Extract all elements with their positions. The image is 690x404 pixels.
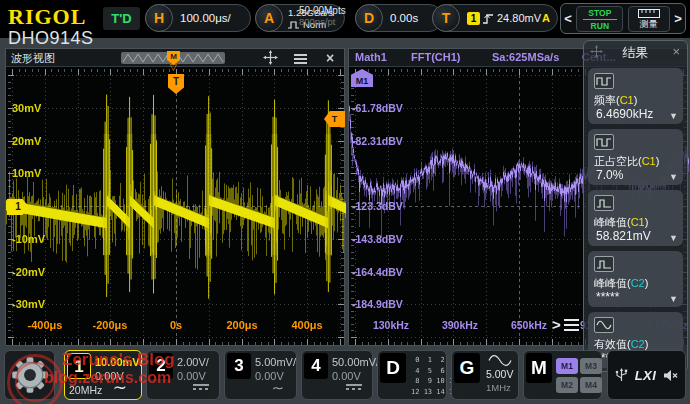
trigger-source-badge: 1 bbox=[467, 12, 480, 25]
chevron-down-icon[interactable]: ▼ bbox=[669, 172, 678, 182]
horizontal-offset-value: 0.00s bbox=[390, 5, 418, 31]
fft-mode: FFT(CH1) bbox=[411, 51, 461, 63]
gear-icon bbox=[8, 353, 52, 397]
speaker-muted-icon bbox=[663, 369, 678, 382]
result-value: 6.4690kHz bbox=[596, 107, 653, 121]
channel4-button[interactable]: 4 50.00mV/ 0.00V bbox=[301, 350, 373, 400]
chevron-down-icon[interactable]: ▼ bbox=[669, 294, 678, 304]
dc-coupling-icon bbox=[346, 384, 362, 390]
channel3-scale: 5.00mV/ bbox=[255, 356, 296, 368]
horizontal-offset-button[interactable]: D 0.00s bbox=[355, 4, 443, 32]
sine-icon bbox=[488, 355, 512, 366]
chevron-right-icon: > bbox=[552, 316, 561, 333]
waveform-plot[interactable] bbox=[6, 67, 346, 347]
math-label: M bbox=[526, 353, 552, 383]
results-header: 结果 × bbox=[584, 41, 687, 63]
result-label: 正占空比(C1) bbox=[594, 154, 659, 169]
stop-run-button[interactable]: STOP RUN bbox=[576, 6, 623, 32]
settings-button[interactable] bbox=[4, 350, 55, 400]
ruler-icon bbox=[638, 9, 660, 18]
math1-button[interactable]: M1 bbox=[556, 358, 578, 374]
generator-button[interactable]: G 5.00V 1MHz bbox=[451, 350, 519, 400]
t-knob-icon[interactable]: T bbox=[432, 4, 460, 32]
rising-edge-icon bbox=[482, 13, 494, 25]
y-axis-label: 30mV bbox=[12, 102, 41, 114]
measure-label: 测量 bbox=[640, 19, 658, 29]
channel2-number: 2 bbox=[149, 353, 173, 379]
sine-icon bbox=[594, 317, 614, 333]
waveform-view-panel: 波形视图 M × ▽ T T 1 3 bbox=[5, 48, 345, 346]
chevron-right-icon[interactable]: > bbox=[674, 11, 682, 26]
math3-button[interactable]: M3 bbox=[580, 358, 602, 374]
trigger-button[interactable]: T 1 24.80mV A bbox=[432, 4, 558, 32]
pan-icon[interactable] bbox=[262, 50, 278, 66]
x-axis-label: -400μs bbox=[15, 319, 75, 331]
d-knob-icon[interactable]: D bbox=[355, 4, 383, 32]
result-value: ***** bbox=[596, 290, 619, 304]
run-label: RUN bbox=[583, 19, 617, 32]
lxi-label: LXI bbox=[635, 368, 657, 383]
result-value: 58.821mV bbox=[596, 229, 651, 243]
trigger-sweep-flag: A bbox=[542, 5, 550, 31]
connectivity-status[interactable]: LXI bbox=[607, 350, 686, 400]
chevron-left-icon[interactable]: < bbox=[564, 11, 572, 26]
x-axis-label: 130kHz bbox=[361, 319, 421, 331]
y-axis-label: -61.78dBV bbox=[352, 102, 403, 114]
channel2-scale: 2.00V/ bbox=[177, 356, 209, 368]
result-card-duty-cycle[interactable]: 正占空比(C1) 7.0% ▼ bbox=[588, 129, 683, 185]
trigger-status-badge: T'D bbox=[103, 7, 140, 30]
math2-button[interactable]: M2 bbox=[556, 377, 578, 393]
chevron-down-icon[interactable]: ▼ bbox=[669, 111, 678, 121]
result-value: 7.0% bbox=[596, 168, 623, 182]
fft-source: Math1 bbox=[355, 51, 387, 63]
x-axis-label: 650kHz bbox=[499, 319, 559, 331]
channel1-scale: 10.00mV/ bbox=[95, 356, 143, 368]
measure-button[interactable]: 测量 bbox=[628, 6, 670, 32]
x-axis-label: 200μs bbox=[212, 319, 272, 331]
channel4-scale: 50.00mV/ bbox=[332, 356, 379, 368]
h-knob-icon[interactable]: H bbox=[145, 4, 173, 32]
channel2-offset: 0.00V bbox=[177, 370, 206, 382]
dc-coupling-icon bbox=[193, 384, 209, 390]
a-knob-icon[interactable]: A bbox=[255, 4, 283, 32]
x-axis-label: 0s bbox=[146, 319, 206, 331]
math4-button[interactable]: M4 bbox=[580, 377, 602, 393]
results-panel: 结果 × 频率(C1) 6.4690kHz ▼ 正占空比(C1) 7.0% ▼ … bbox=[583, 40, 688, 372]
quick-menu-cluster: < STOP RUN 测量 > bbox=[560, 3, 686, 34]
y-axis-label: -30mV bbox=[12, 298, 45, 310]
result-label: 峰峰值(C2) bbox=[594, 276, 648, 291]
model-name: DHO914S bbox=[8, 28, 94, 49]
close-icon[interactable]: × bbox=[322, 50, 338, 66]
result-card-vpp-c2[interactable]: 峰峰值(C2) ***** ▼ bbox=[588, 251, 683, 307]
digital-label: D bbox=[380, 353, 406, 383]
stop-label: STOP bbox=[577, 7, 622, 19]
result-card-vpp-c1[interactable]: 峰峰值(C1) 58.821mV ▼ bbox=[588, 190, 683, 246]
channel3-button[interactable]: 3 5.00mV/ 0.00V ∼ bbox=[224, 350, 297, 400]
channel1-button[interactable]: 1 10.00mV/ 0.00V 20MHz ∼ bbox=[64, 350, 142, 400]
digital-channels-button[interactable]: D 0 1 2 3 4 5 6 7 8 9 10 1112 13 14 15 bbox=[377, 350, 447, 400]
y-axis-label: -20mV bbox=[12, 266, 45, 278]
y-axis-label: 10mV bbox=[12, 167, 41, 179]
channel1-bandwidth: 20MHz bbox=[69, 384, 102, 396]
expand-menu-icon[interactable]: > bbox=[552, 316, 579, 334]
channel3-number: 3 bbox=[227, 353, 251, 379]
channel4-number: 4 bbox=[304, 353, 328, 379]
x-axis-label: 390kHz bbox=[430, 319, 490, 331]
y-axis-label: -184.9dBV bbox=[352, 298, 403, 310]
memory-depth-block: 50.00Mpts 800ps/pt bbox=[299, 5, 346, 27]
generator-label: G bbox=[454, 353, 480, 383]
horizontal-timebase-button[interactable]: H 100.00μs/ bbox=[145, 4, 251, 32]
trigger-position-pointer-icon: ▽ bbox=[170, 62, 177, 72]
math-button[interactable]: M M1 M3 M2 M4 bbox=[523, 350, 602, 400]
chevron-down-icon[interactable]: ▼ bbox=[669, 233, 678, 243]
result-card-frequency[interactable]: 频率(C1) 6.4690kHz ▼ bbox=[588, 68, 683, 124]
ac-coupling-icon: ∼ bbox=[113, 377, 127, 398]
channel4-offset: 0.00V bbox=[332, 370, 361, 382]
close-icon[interactable]: × bbox=[672, 44, 680, 59]
menu-bars-icon bbox=[564, 316, 579, 334]
top-bar: T'D H 100.00μs/ A 1.25GSa/s Norm 50.00Mp… bbox=[0, 0, 690, 38]
menu-icon[interactable] bbox=[292, 50, 308, 66]
ac-coupling-icon: ∼ bbox=[271, 379, 284, 397]
fft-sample-rate: Sa:625MSa/s bbox=[492, 51, 559, 63]
channel2-button[interactable]: 2 2.00V/ 0.00V bbox=[146, 350, 220, 400]
